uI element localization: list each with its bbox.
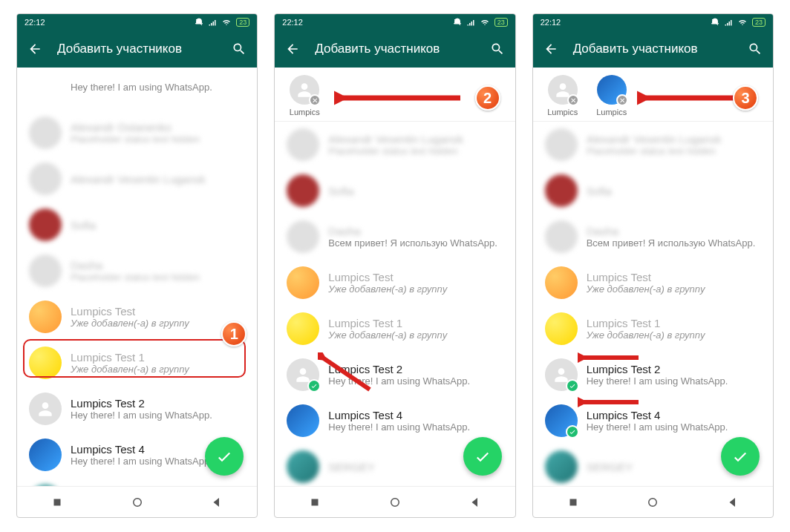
nav-bar bbox=[275, 486, 515, 517]
nav-home-icon[interactable] bbox=[131, 496, 144, 509]
list-item-selected[interactable]: Lumpics Test 2Hey there! I am using What… bbox=[533, 352, 773, 398]
avatar bbox=[29, 116, 62, 149]
wifi-icon bbox=[221, 18, 232, 27]
signal-icon bbox=[466, 18, 475, 27]
svg-point-7 bbox=[649, 498, 657, 506]
chip-label: Lumpics bbox=[547, 108, 578, 116]
list-item[interactable]: SERGEY bbox=[17, 478, 257, 486]
confirm-fab[interactable] bbox=[721, 437, 760, 476]
confirm-fab[interactable] bbox=[205, 437, 244, 476]
contact-name: Lumpics Test 2 bbox=[71, 397, 245, 410]
nav-back-icon[interactable] bbox=[726, 496, 740, 509]
list-item[interactable]: Lumpics TestУже добавлен(-а) в группу bbox=[533, 260, 773, 306]
list-item[interactable]: DashaВсем привет! Я использую WhatsApp. bbox=[275, 214, 515, 260]
nav-back-icon[interactable] bbox=[469, 496, 482, 509]
nav-recent-icon[interactable] bbox=[308, 496, 321, 509]
avatar bbox=[287, 174, 319, 207]
list-item[interactable]: Sofia bbox=[17, 202, 257, 248]
nav-bar bbox=[533, 486, 773, 517]
check-icon bbox=[731, 447, 749, 465]
nav-back-icon[interactable] bbox=[210, 496, 223, 509]
search-button[interactable] bbox=[490, 42, 505, 56]
nav-recent-icon[interactable] bbox=[567, 496, 580, 509]
list-item[interactable]: Sofia bbox=[275, 168, 515, 214]
avatar bbox=[29, 485, 62, 486]
phone-screen-2: 22:12 23 Добавить участников ✕ Lumpics bbox=[274, 13, 515, 518]
list-item[interactable]: Alexandr OstanenkoPlaceholder status tex… bbox=[17, 110, 257, 156]
back-button[interactable] bbox=[543, 42, 558, 56]
back-button[interactable] bbox=[27, 42, 42, 56]
selected-chip[interactable]: ✕ Lumpics bbox=[594, 75, 630, 116]
list-item[interactable]: Lumpics Test 1Уже добавлен(-а) в группу bbox=[533, 306, 773, 352]
contact-status: Hey there! I am using WhatsApp. bbox=[587, 421, 761, 433]
status-icons: 23 bbox=[711, 18, 765, 27]
list-item[interactable]: DashaPlaceholder status text hidden bbox=[17, 248, 257, 294]
nav-recent-icon[interactable] bbox=[50, 496, 64, 509]
contact-status: Hey there! I am using WhatsApp. bbox=[71, 82, 245, 93]
remove-chip-button[interactable]: ✕ bbox=[567, 94, 579, 106]
list-item[interactable]: DashaВсем привет! Я использую WhatsApp. bbox=[533, 214, 773, 260]
list-item-selected[interactable]: Lumpics Test 2Hey there! I am using What… bbox=[275, 352, 515, 398]
battery-indicator: 23 bbox=[752, 18, 765, 27]
contact-status: Уже добавлен(-а) в группу bbox=[71, 318, 245, 329]
list-item[interactable]: Lumpics Test 1Уже добавлен(-а) в группу bbox=[275, 306, 515, 352]
mute-icon bbox=[195, 18, 203, 27]
list-item[interactable]: Alexandr Vesentin LuganskPlaceholder sta… bbox=[275, 122, 515, 168]
avatar bbox=[287, 220, 319, 253]
contact-status: Уже добавлен(-а) в группу bbox=[328, 329, 503, 341]
wifi-icon bbox=[737, 18, 748, 27]
avatar bbox=[29, 393, 62, 425]
avatar bbox=[545, 358, 578, 391]
list-item[interactable]: Sofia bbox=[533, 168, 773, 214]
contact-list[interactable]: Alexandr Vesentin LuganskPlaceholder sta… bbox=[533, 122, 773, 486]
contact-name: Lumpics Test bbox=[71, 305, 245, 318]
status-icons: 23 bbox=[453, 18, 508, 27]
confirm-fab[interactable] bbox=[463, 437, 502, 476]
list-item[interactable]: Lumpics TestУже добавлен(-а) в группу bbox=[275, 260, 515, 306]
contact-list[interactable]: Hey there! I am using WhatsApp. Alexandr… bbox=[17, 68, 257, 486]
avatar bbox=[29, 301, 62, 333]
status-bar: 22:12 23 bbox=[275, 14, 515, 30]
contact-status: Уже добавлен(-а) в группу bbox=[71, 364, 245, 375]
nav-home-icon[interactable] bbox=[646, 496, 659, 509]
list-item[interactable]: Alexandr Vesentin Lugansk bbox=[17, 156, 257, 202]
list-item[interactable]: Lumpics Test 1Уже добавлен(-а) в группу bbox=[17, 340, 257, 386]
selected-chip[interactable]: ✕ Lumpics bbox=[287, 75, 322, 116]
back-button[interactable] bbox=[285, 42, 300, 56]
check-icon bbox=[215, 447, 233, 465]
mute-icon bbox=[711, 18, 719, 27]
avatar bbox=[287, 312, 319, 345]
status-time: 22:12 bbox=[541, 18, 561, 27]
contact-status: Всем привет! Я использую WhatsApp. bbox=[587, 237, 761, 249]
search-button[interactable] bbox=[232, 42, 247, 56]
chip-label: Lumpics bbox=[596, 108, 627, 116]
avatar bbox=[29, 254, 62, 287]
check-icon bbox=[474, 447, 492, 465]
selected-check-icon bbox=[566, 425, 579, 439]
avatar bbox=[287, 404, 319, 437]
page-title: Добавить участников bbox=[573, 42, 733, 56]
remove-chip-button[interactable]: ✕ bbox=[309, 94, 321, 106]
list-item[interactable]: Alexandr Vesentin LuganskPlaceholder sta… bbox=[533, 122, 773, 168]
annotation-arrow bbox=[637, 87, 741, 109]
phone-screen-1: 22:12 23 Добавить участников Hey there! … bbox=[16, 13, 258, 518]
annotation-badge-2: 2 bbox=[475, 85, 500, 111]
remove-chip-button[interactable]: ✕ bbox=[616, 94, 628, 106]
svg-rect-2 bbox=[312, 499, 319, 505]
nav-home-icon[interactable] bbox=[388, 496, 402, 509]
svg-line-5 bbox=[324, 358, 370, 390]
avatar bbox=[29, 208, 62, 241]
list-item[interactable]: Hey there! I am using WhatsApp. bbox=[17, 68, 257, 110]
status-icons: 23 bbox=[195, 18, 249, 27]
contact-list[interactable]: Alexandr Vesentin LuganskPlaceholder sta… bbox=[275, 122, 515, 486]
signal-icon bbox=[724, 18, 733, 27]
selected-chip[interactable]: ✕ Lumpics bbox=[545, 75, 581, 116]
avatar bbox=[545, 312, 578, 345]
list-item-highlighted[interactable]: Lumpics Test 2Hey there! I am using What… bbox=[17, 386, 257, 432]
contact-status: Hey there! I am using WhatsApp. bbox=[328, 421, 503, 433]
svg-point-1 bbox=[133, 498, 141, 506]
avatar bbox=[287, 450, 319, 483]
avatar bbox=[29, 439, 62, 471]
app-bar: Добавить участников bbox=[533, 30, 773, 68]
search-button[interactable] bbox=[748, 42, 763, 56]
